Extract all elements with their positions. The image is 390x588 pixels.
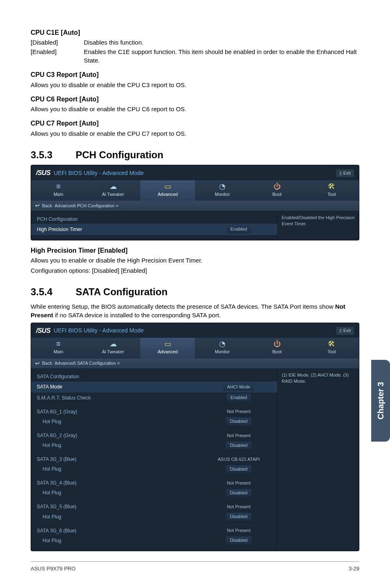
section-354: 3.5.4SATA Configuration [31, 285, 359, 299]
sata-hotplug-value[interactable]: Disabled [226, 465, 252, 473]
power-icon: ⏻ [250, 183, 305, 191]
help-panel-sata: (1) IDE Mode. (2) AHCI Mode. (3) RAID Mo… [277, 369, 359, 551]
back-label: Back [42, 203, 52, 209]
option-key-enabled: [Enabled] [31, 47, 84, 65]
tool-icon: 🛠 [304, 340, 359, 348]
help-panel-pch: Enabled/Disabled the High Precision Even… [277, 211, 359, 240]
tab-tool[interactable]: 🛠Tool [304, 338, 359, 359]
asus-logo: /SUS [36, 326, 50, 335]
sata-port-name: SATA 3G_6 (Blue) [37, 527, 206, 534]
tab-boot[interactable]: ⏻Boot [250, 180, 305, 201]
tab-ai-tweaker[interactable]: ☁Ai Tweaker [86, 180, 141, 201]
tab-monitor[interactable]: ◔Monitor [195, 338, 250, 359]
sata-hotplug-row[interactable]: Hot PlugDisabled [37, 416, 271, 426]
sata-hotplug-value[interactable]: Disabled [226, 442, 252, 449]
section-354-title: SATA Configuration [76, 286, 168, 297]
smart-label: S.M.A.R.T. Status Check [37, 395, 206, 402]
exit-label: Exit [343, 170, 351, 176]
row-sata-mode[interactable]: SATA Mode AHCI Mode [31, 382, 277, 393]
row-smart[interactable]: S.M.A.R.T. Status Check Enabled [37, 393, 271, 403]
sata-hotplug-value[interactable]: Disabled [226, 417, 252, 425]
back-arrow-icon: ↩ [35, 360, 40, 367]
exit-button[interactable]: ▯ Exit [336, 327, 354, 334]
back-arrow-icon: ↩ [35, 202, 40, 209]
sata-hotplug-label: Hot Plug [37, 466, 206, 473]
tab-ai-tweaker[interactable]: ☁Ai Tweaker [86, 338, 141, 359]
hpt-line2: Configuration options: [Disabled] [Enabl… [31, 266, 359, 275]
sata-hotplug-row[interactable]: Hot PlugDisabled [37, 512, 271, 522]
bios-header-title: UEFI BIOS Utility - Advanced Mode [54, 169, 143, 177]
option-key-disabled: [Disabled] [31, 38, 84, 47]
sata-hotplug-row[interactable]: Hot PlugDisabled [37, 488, 271, 498]
tab-main[interactable]: ≡Main [31, 180, 86, 201]
tab-advanced[interactable]: ▭Advanced [140, 180, 195, 201]
tab-advanced[interactable]: ▭Advanced [140, 338, 195, 359]
footer-right: 3-29 [349, 565, 359, 572]
row-high-precision-timer[interactable]: High Precision Timer Enabled [31, 224, 277, 235]
smart-value[interactable]: Enabled [226, 394, 251, 402]
list-icon: ≡ [31, 340, 86, 348]
sata-port-group: SATA 6G_2 (Gray)Not PresentHot PlugDisab… [37, 431, 271, 451]
sata-port-status: Not Present [206, 504, 271, 510]
section-353-num: 3.5.3 [31, 148, 76, 162]
sata-port-row[interactable]: SATA 6G_2 (Gray)Not Present [37, 431, 271, 440]
sata-port-row[interactable]: SATA 3G_5 (Blue)Not Present [37, 502, 271, 512]
sata-hotplug-value[interactable]: Disabled [226, 489, 252, 497]
sata-port-row[interactable]: SATA 6G_1 (Gray)Not Present [37, 407, 271, 417]
option-val-enabled: Enables the C1E support function. This i… [84, 47, 359, 65]
gauge-icon: ◔ [195, 183, 250, 191]
heading-c7: CPU C7 Report [Auto] [31, 119, 359, 128]
sata-port-name: SATA 6G_2 (Gray) [37, 432, 206, 439]
breadcrumb-path: Advanced\ PCH Configuration > [54, 203, 118, 209]
pch-heading: PCH Configuration [37, 216, 271, 223]
bios-screenshot-pch: /SUS UEFI BIOS Utility - Advanced Mode ▯… [31, 165, 359, 240]
breadcrumb-path: Advanced\ SATA Configuration > [54, 360, 120, 366]
tab-tool[interactable]: 🛠Tool [304, 180, 359, 201]
body-c7: Allows you to disable or enable the CPU … [31, 129, 359, 138]
breadcrumb-sata[interactable]: ↩ Back Advanced\ SATA Configuration > [31, 359, 359, 368]
heading-c6: CPU C6 Report [Auto] [31, 95, 359, 104]
sata-mode-label: SATA Mode [37, 384, 206, 391]
sata-port-group: SATA 3G_4 (Blue)Not PresentHot PlugDisab… [37, 478, 271, 498]
sata-hotplug-label: Hot Plug [37, 514, 206, 521]
sata-hotplug-value[interactable]: Disabled [226, 513, 252, 521]
list-icon: ≡ [31, 183, 86, 191]
sata-port-row[interactable]: SATA 3G_3 (Blue)ASUS CB-521 ATAPI [37, 455, 271, 464]
sata-port-status: Not Present [206, 408, 271, 415]
sata-hotplug-row[interactable]: Hot PlugDisabled [37, 464, 271, 474]
sata-hotplug-row[interactable]: Hot PlugDisabled [37, 535, 271, 545]
breadcrumb-pch[interactable]: ↩ Back Advanced\ PCH Configuration > [31, 201, 359, 211]
sata-port-group: SATA 3G_6 (Blue)Not PresentHot PlugDisab… [37, 526, 271, 546]
exit-button[interactable]: ▯ Exit [336, 169, 354, 177]
sata-hotplug-value[interactable]: Disabled [226, 536, 252, 544]
sata-mode-value[interactable]: AHCI Mode [223, 383, 255, 391]
hpt-value[interactable]: Enabled [226, 225, 251, 233]
hpt-line1: Allows you to enable or disable the High… [31, 256, 359, 265]
body-c6: Allows you to disable or enable the CPU … [31, 105, 359, 113]
exit-label: Exit [343, 328, 351, 334]
sata-port-group: SATA 3G_5 (Blue)Not PresentHot PlugDisab… [37, 502, 271, 522]
sata-hotplug-label: Hot Plug [37, 489, 206, 496]
sata-hotplug-label: Hot Plug [37, 418, 206, 425]
sata-port-status: ASUS CB-521 ATAPI [206, 456, 271, 462]
tab-boot[interactable]: ⏻Boot [250, 338, 305, 359]
sata-intro-c: if no SATA device is installed to the co… [53, 312, 221, 319]
sata-port-status: Not Present [206, 480, 271, 486]
tab-monitor[interactable]: ◔Monitor [195, 180, 250, 201]
power-icon: ⏻ [250, 340, 305, 348]
cloud-icon: ☁ [86, 340, 141, 348]
section-354-num: 3.5.4 [31, 285, 76, 299]
sata-port-status: Not Present [206, 527, 271, 534]
chip-icon: ▭ [140, 340, 195, 348]
sata-hotplug-row[interactable]: Hot PlugDisabled [37, 440, 271, 451]
body-c3: Allows you to disable or enable the CPU … [31, 81, 359, 89]
exit-icon: ▯ [339, 328, 342, 334]
sata-port-name: SATA 3G_4 (Blue) [37, 480, 206, 487]
chip-icon: ▭ [140, 183, 195, 191]
bios-screenshot-sata: /SUS UEFI BIOS Utility - Advanced Mode ▯… [31, 323, 359, 551]
sata-hotplug-label: Hot Plug [37, 442, 206, 449]
sata-port-row[interactable]: SATA 3G_6 (Blue)Not Present [37, 526, 271, 536]
sata-port-row[interactable]: SATA 3G_4 (Blue)Not Present [37, 478, 271, 488]
asus-logo: /SUS [36, 168, 50, 177]
tab-main[interactable]: ≡Main [31, 338, 86, 359]
